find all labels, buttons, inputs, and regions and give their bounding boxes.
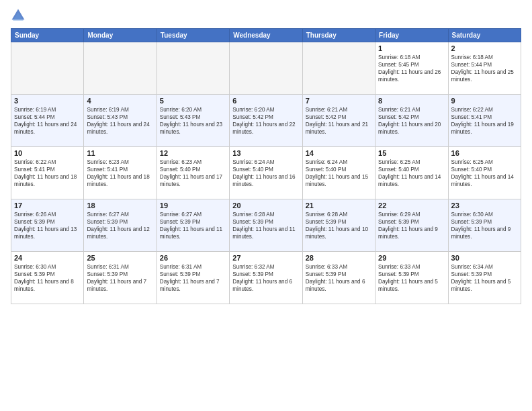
day-info: Sunrise: 6:25 AM Sunset: 5:40 PM Dayligh… <box>378 158 445 188</box>
calendar-day-cell: 10Sunrise: 6:22 AM Sunset: 5:41 PM Dayli… <box>11 147 84 199</box>
calendar-day-cell <box>84 42 157 95</box>
calendar-day-cell: 21Sunrise: 6:28 AM Sunset: 5:39 PM Dayli… <box>302 199 375 252</box>
calendar-day-cell <box>302 42 375 95</box>
calendar-week-row: 24Sunrise: 6:30 AM Sunset: 5:39 PM Dayli… <box>11 252 521 304</box>
day-number: 2 <box>451 44 518 52</box>
calendar-day-cell <box>157 42 229 95</box>
day-info: Sunrise: 6:20 AM Sunset: 5:42 PM Dayligh… <box>232 106 299 136</box>
day-info: Sunrise: 6:27 AM Sunset: 5:39 PM Dayligh… <box>87 211 153 240</box>
day-info: Sunrise: 6:19 AM Sunset: 5:44 PM Dayligh… <box>14 106 81 136</box>
calendar-day-cell: 9Sunrise: 6:22 AM Sunset: 5:41 PM Daylig… <box>448 95 521 147</box>
day-info: Sunrise: 6:18 AM Sunset: 5:45 PM Dayligh… <box>378 54 445 83</box>
day-number: 8 <box>378 97 445 105</box>
day-number: 22 <box>378 201 445 210</box>
calendar-week-row: 1Sunrise: 6:18 AM Sunset: 5:45 PM Daylig… <box>11 42 521 95</box>
weekday-header-monday: Monday <box>84 29 157 42</box>
day-number: 30 <box>451 254 518 262</box>
logo <box>11 8 28 23</box>
day-info: Sunrise: 6:21 AM Sunset: 5:42 PM Dayligh… <box>306 106 372 136</box>
calendar-week-row: 17Sunrise: 6:26 AM Sunset: 5:39 PM Dayli… <box>11 199 521 252</box>
day-number: 5 <box>160 97 226 105</box>
day-info: Sunrise: 6:19 AM Sunset: 5:43 PM Dayligh… <box>87 106 153 136</box>
header <box>11 8 521 23</box>
day-number: 6 <box>232 97 299 105</box>
calendar-week-row: 10Sunrise: 6:22 AM Sunset: 5:41 PM Dayli… <box>11 147 521 199</box>
weekday-header-thursday: Thursday <box>302 29 375 42</box>
day-info: Sunrise: 6:21 AM Sunset: 5:42 PM Dayligh… <box>378 106 445 136</box>
weekday-header-friday: Friday <box>375 29 448 42</box>
calendar-day-cell: 29Sunrise: 6:33 AM Sunset: 5:39 PM Dayli… <box>375 252 448 304</box>
calendar-day-cell: 4Sunrise: 6:19 AM Sunset: 5:43 PM Daylig… <box>84 95 157 147</box>
calendar-day-cell: 1Sunrise: 6:18 AM Sunset: 5:45 PM Daylig… <box>375 42 448 95</box>
day-info: Sunrise: 6:23 AM Sunset: 5:41 PM Dayligh… <box>87 158 153 188</box>
calendar-day-cell: 3Sunrise: 6:19 AM Sunset: 5:44 PM Daylig… <box>11 95 84 147</box>
day-info: Sunrise: 6:25 AM Sunset: 5:40 PM Dayligh… <box>451 158 518 188</box>
day-info: Sunrise: 6:34 AM Sunset: 5:39 PM Dayligh… <box>451 263 518 293</box>
day-number: 1 <box>378 44 445 52</box>
calendar-day-cell: 24Sunrise: 6:30 AM Sunset: 5:39 PM Dayli… <box>11 252 84 304</box>
calendar-day-cell: 17Sunrise: 6:26 AM Sunset: 5:39 PM Dayli… <box>11 199 84 252</box>
day-info: Sunrise: 6:24 AM Sunset: 5:40 PM Dayligh… <box>232 158 299 188</box>
day-info: Sunrise: 6:26 AM Sunset: 5:39 PM Dayligh… <box>14 211 81 240</box>
day-number: 26 <box>160 254 226 262</box>
calendar-day-cell: 2Sunrise: 6:18 AM Sunset: 5:44 PM Daylig… <box>448 42 521 95</box>
calendar-day-cell: 27Sunrise: 6:32 AM Sunset: 5:39 PM Dayli… <box>230 252 302 304</box>
calendar-day-cell: 20Sunrise: 6:28 AM Sunset: 5:39 PM Dayli… <box>230 199 302 252</box>
weekday-header-row: SundayMondayTuesdayWednesdayThursdayFrid… <box>11 29 521 42</box>
calendar-day-cell <box>11 42 84 95</box>
calendar-week-row: 3Sunrise: 6:19 AM Sunset: 5:44 PM Daylig… <box>11 95 521 147</box>
day-number: 10 <box>14 149 81 157</box>
day-number: 16 <box>451 149 518 157</box>
day-info: Sunrise: 6:29 AM Sunset: 5:39 PM Dayligh… <box>378 211 445 240</box>
day-number: 28 <box>306 254 372 262</box>
day-number: 20 <box>232 201 299 210</box>
day-info: Sunrise: 6:33 AM Sunset: 5:39 PM Dayligh… <box>378 263 445 293</box>
weekday-header-tuesday: Tuesday <box>157 29 229 42</box>
calendar-day-cell: 23Sunrise: 6:30 AM Sunset: 5:39 PM Dayli… <box>448 199 521 252</box>
day-info: Sunrise: 6:23 AM Sunset: 5:40 PM Dayligh… <box>160 158 226 188</box>
day-number: 7 <box>306 97 372 105</box>
logo-icon <box>11 8 26 23</box>
day-info: Sunrise: 6:31 AM Sunset: 5:39 PM Dayligh… <box>160 263 226 293</box>
calendar-day-cell: 12Sunrise: 6:23 AM Sunset: 5:40 PM Dayli… <box>157 147 229 199</box>
calendar-day-cell: 11Sunrise: 6:23 AM Sunset: 5:41 PM Dayli… <box>84 147 157 199</box>
day-number: 3 <box>14 97 81 105</box>
calendar-day-cell: 19Sunrise: 6:27 AM Sunset: 5:39 PM Dayli… <box>157 199 229 252</box>
calendar-day-cell: 5Sunrise: 6:20 AM Sunset: 5:43 PM Daylig… <box>157 95 229 147</box>
day-number: 11 <box>87 149 153 157</box>
day-number: 27 <box>232 254 299 262</box>
calendar-day-cell: 8Sunrise: 6:21 AM Sunset: 5:42 PM Daylig… <box>375 95 448 147</box>
day-info: Sunrise: 6:33 AM Sunset: 5:39 PM Dayligh… <box>306 263 372 293</box>
day-info: Sunrise: 6:30 AM Sunset: 5:39 PM Dayligh… <box>14 263 81 293</box>
calendar-day-cell: 7Sunrise: 6:21 AM Sunset: 5:42 PM Daylig… <box>302 95 375 147</box>
day-info: Sunrise: 6:28 AM Sunset: 5:39 PM Dayligh… <box>306 211 372 240</box>
day-number: 24 <box>14 254 81 262</box>
day-number: 25 <box>87 254 153 262</box>
day-info: Sunrise: 6:22 AM Sunset: 5:41 PM Dayligh… <box>451 106 518 136</box>
calendar-day-cell: 28Sunrise: 6:33 AM Sunset: 5:39 PM Dayli… <box>302 252 375 304</box>
calendar-day-cell: 25Sunrise: 6:31 AM Sunset: 5:39 PM Dayli… <box>84 252 157 304</box>
day-number: 14 <box>306 149 372 157</box>
day-number: 9 <box>451 97 518 105</box>
day-number: 21 <box>306 201 372 210</box>
calendar-day-cell: 14Sunrise: 6:24 AM Sunset: 5:40 PM Dayli… <box>302 147 375 199</box>
day-info: Sunrise: 6:30 AM Sunset: 5:39 PM Dayligh… <box>451 211 518 240</box>
calendar-day-cell: 26Sunrise: 6:31 AM Sunset: 5:39 PM Dayli… <box>157 252 229 304</box>
day-info: Sunrise: 6:18 AM Sunset: 5:44 PM Dayligh… <box>451 54 518 83</box>
day-info: Sunrise: 6:27 AM Sunset: 5:39 PM Dayligh… <box>160 211 226 240</box>
calendar-day-cell <box>230 42 302 95</box>
calendar-day-cell: 18Sunrise: 6:27 AM Sunset: 5:39 PM Dayli… <box>84 199 157 252</box>
calendar-day-cell: 13Sunrise: 6:24 AM Sunset: 5:40 PM Dayli… <box>230 147 302 199</box>
day-info: Sunrise: 6:31 AM Sunset: 5:39 PM Dayligh… <box>87 263 153 293</box>
day-number: 4 <box>87 97 153 105</box>
day-info: Sunrise: 6:28 AM Sunset: 5:39 PM Dayligh… <box>232 211 299 240</box>
weekday-header-wednesday: Wednesday <box>230 29 302 42</box>
calendar-day-cell: 30Sunrise: 6:34 AM Sunset: 5:39 PM Dayli… <box>448 252 521 304</box>
page: SundayMondayTuesdayWednesdayThursdayFrid… <box>0 0 532 411</box>
day-number: 12 <box>160 149 226 157</box>
day-number: 19 <box>160 201 226 210</box>
weekday-header-saturday: Saturday <box>448 29 521 42</box>
calendar-day-cell: 6Sunrise: 6:20 AM Sunset: 5:42 PM Daylig… <box>230 95 302 147</box>
day-number: 15 <box>378 149 445 157</box>
calendar-day-cell: 15Sunrise: 6:25 AM Sunset: 5:40 PM Dayli… <box>375 147 448 199</box>
